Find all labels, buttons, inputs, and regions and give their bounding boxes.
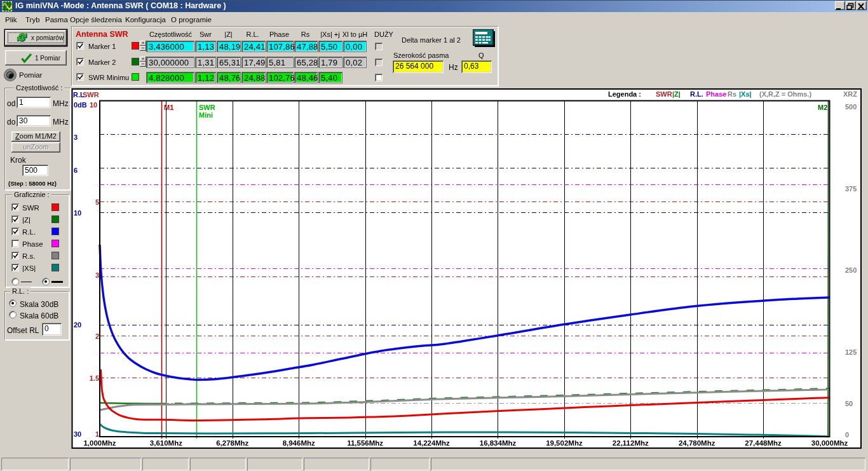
svg-text:0: 0 [845,431,849,439]
svg-text:|Xs|: |Xs| [739,90,752,98]
svg-text:22,112Mhz: 22,112Mhz [613,439,649,447]
svg-text:16,834Mhz: 16,834Mhz [480,439,517,447]
svg-text:125: 125 [845,348,857,356]
svg-text:250: 250 [845,266,857,274]
svg-text:|Z|: |Z| [672,90,681,98]
svg-text:27,448Mhz: 27,448Mhz [745,439,782,447]
svg-text:6,278Mhz: 6,278Mhz [216,439,248,447]
svg-text:500: 500 [845,103,857,111]
svg-text:11,556Mhz: 11,556Mhz [347,439,383,447]
svg-text:Phase: Phase [706,90,726,98]
svg-text:SWR: SWR [199,104,215,111]
svg-text:1,000Mhz: 1,000Mhz [83,439,116,447]
svg-text:(X,R,Z = Ohms.): (X,R,Z = Ohms.) [759,90,812,98]
svg-text:1.5: 1.5 [90,374,99,382]
svg-text:19,502Mhz: 19,502Mhz [546,439,583,447]
svg-text:5: 5 [95,198,99,206]
svg-text:10: 10 [90,101,97,109]
svg-text:3: 3 [95,271,99,279]
svg-text:SWR: SWR [656,90,672,98]
svg-text:M1: M1 [164,104,173,111]
svg-text:SWR: SWR [83,91,99,99]
svg-text:Legenda :: Legenda : [608,90,641,98]
svg-text:R.L.: R.L. [690,90,703,98]
svg-text:10: 10 [74,209,81,217]
svg-text:30: 30 [74,430,81,438]
svg-text:2: 2 [95,332,99,340]
svg-text:20: 20 [74,321,81,329]
svg-text:6: 6 [74,167,78,174]
svg-text:8,946Mhz: 8,946Mhz [283,439,315,447]
svg-text:Rs: Rs [728,90,736,98]
svg-text:24,780Mhz: 24,780Mhz [679,439,715,447]
svg-text:50: 50 [845,400,853,407]
svg-text:XRZ: XRZ [843,90,857,98]
svg-text:30,000Mhz: 30,000Mhz [811,439,848,447]
svg-text:1: 1 [95,430,99,438]
svg-text:3: 3 [74,133,78,141]
svg-text:3,610Mhz: 3,610Mhz [150,439,182,447]
svg-text:375: 375 [845,185,857,193]
svg-text:M2: M2 [818,104,827,111]
svg-text:14,224Mhz: 14,224Mhz [413,439,450,447]
svg-text:0dB: 0dB [74,101,87,109]
svg-text:Mini: Mini [199,111,213,119]
